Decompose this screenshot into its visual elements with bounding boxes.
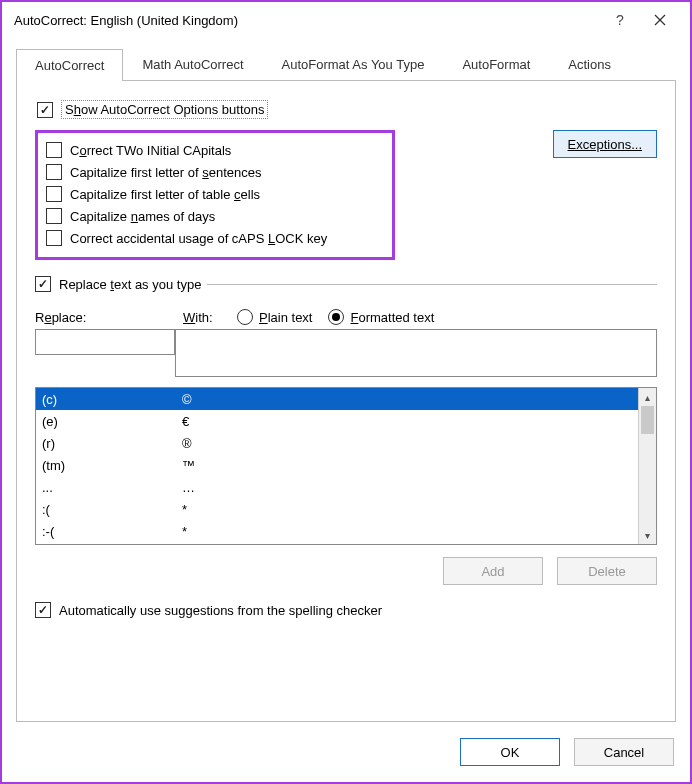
caps-option-label: Capitalize first letter of sentences	[70, 165, 261, 180]
list-item[interactable]: (tm)™	[36, 454, 638, 476]
ok-button[interactable]: OK	[460, 738, 560, 766]
tab-panel-autocorrect: Show AutoCorrect Options buttons Correct…	[16, 81, 676, 722]
titlebar: AutoCorrect: English (United Kingdom) ?	[2, 2, 690, 38]
checkbox-icon	[46, 186, 62, 202]
checkbox-icon	[37, 102, 53, 118]
caps-option[interactable]: Capitalize names of days	[46, 205, 384, 227]
help-button[interactable]: ?	[600, 6, 640, 34]
scroll-up-icon[interactable]: ▴	[639, 388, 656, 406]
replace-input[interactable]	[35, 329, 175, 355]
replace-label: Replace:	[35, 310, 175, 325]
dialog-footer: OK Cancel	[2, 722, 690, 782]
caps-option-label: Capitalize first letter of table cells	[70, 187, 260, 202]
window-title: AutoCorrect: English (United Kingdom)	[14, 13, 600, 28]
add-button[interactable]: Add	[443, 557, 543, 585]
use-suggestions-label: Automatically use suggestions from the s…	[59, 603, 382, 618]
autocorrect-dialog: AutoCorrect: English (United Kingdom) ? …	[0, 0, 692, 784]
checkbox-icon	[46, 142, 62, 158]
use-suggestions-checkbox[interactable]: Automatically use suggestions from the s…	[35, 599, 657, 621]
replace-fieldset: Replace text as you type Replace: With:	[35, 284, 657, 621]
radio-icon	[237, 309, 253, 325]
with-label: With:	[183, 310, 229, 325]
capitalization-options-group: Correct TWo INitial CApitalsCapitalize f…	[35, 130, 395, 260]
list-item[interactable]: :-(*	[36, 520, 638, 542]
plain-text-radio[interactable]: Plain text	[237, 309, 312, 325]
caps-option-label: Capitalize names of days	[70, 209, 215, 224]
caps-option[interactable]: Correct TWo INitial CApitals	[46, 139, 384, 161]
entries-listbox[interactable]: (c)©(e)€(r)®(tm)™...…:(*:-(* ▴ ▾	[35, 387, 657, 545]
close-icon	[654, 14, 666, 26]
checkbox-icon	[35, 602, 51, 618]
tab-autocorrect[interactable]: AutoCorrect	[16, 49, 123, 81]
caps-option-label: Correct TWo INitial CApitals	[70, 143, 231, 158]
cancel-button[interactable]: Cancel	[574, 738, 674, 766]
tab-autoformat-as-you-type[interactable]: AutoFormat As You Type	[263, 48, 444, 80]
checkbox-icon	[35, 276, 51, 292]
format-radio-group: Plain text Formatted text	[237, 309, 434, 325]
checkbox-icon	[46, 230, 62, 246]
list-item[interactable]: :(*	[36, 498, 638, 520]
with-input[interactable]	[175, 329, 657, 377]
delete-button[interactable]: Delete	[557, 557, 657, 585]
formatted-text-radio[interactable]: Formatted text	[328, 309, 434, 325]
checkbox-icon	[46, 164, 62, 180]
list-item[interactable]: ...…	[36, 476, 638, 498]
show-options-label: Show AutoCorrect Options buttons	[61, 100, 268, 119]
tab-actions[interactable]: Actions	[549, 48, 630, 80]
scroll-thumb[interactable]	[641, 406, 654, 434]
replace-text-label: Replace text as you type	[59, 277, 201, 292]
show-options-checkbox[interactable]: Show AutoCorrect Options buttons	[37, 97, 657, 122]
scroll-down-icon[interactable]: ▾	[639, 526, 656, 544]
caps-option-label: Correct accidental usage of cAPS LOCK ke…	[70, 231, 327, 246]
checkbox-icon	[46, 208, 62, 224]
list-item[interactable]: (c)©	[36, 388, 638, 410]
scrollbar[interactable]: ▴ ▾	[638, 388, 656, 544]
caps-option[interactable]: Correct accidental usage of cAPS LOCK ke…	[46, 227, 384, 249]
tabstrip: AutoCorrectMath AutoCorrectAutoFormat As…	[16, 48, 676, 81]
close-button[interactable]	[640, 6, 680, 34]
tab-autoformat[interactable]: AutoFormat	[443, 48, 549, 80]
list-item[interactable]: (r)®	[36, 432, 638, 454]
exceptions-button[interactable]: Exceptions...	[553, 130, 657, 158]
replace-text-checkbox[interactable]: Replace text as you type	[35, 273, 207, 295]
radio-icon	[328, 309, 344, 325]
list-item[interactable]: (e)€	[36, 410, 638, 432]
caps-option[interactable]: Capitalize first letter of table cells	[46, 183, 384, 205]
caps-option[interactable]: Capitalize first letter of sentences	[46, 161, 384, 183]
tab-math-autocorrect[interactable]: Math AutoCorrect	[123, 48, 262, 80]
